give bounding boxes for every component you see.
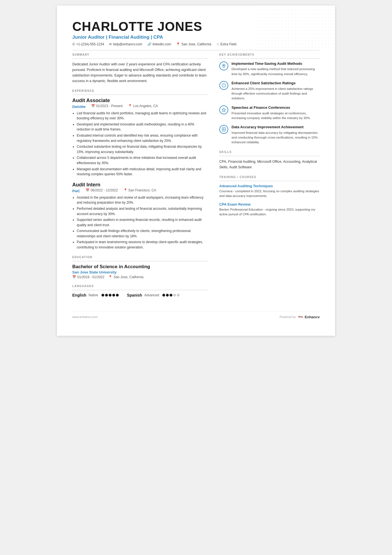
achievement-3-title: Speeches at Finance Conferences	[232, 105, 320, 110]
dot	[116, 294, 119, 297]
achievement-1-desc: Developed a new auditing method that red…	[232, 67, 320, 77]
dot	[170, 294, 172, 297]
achievement-2: Enhanced Client Satisfaction Ratings Ach…	[219, 81, 320, 101]
calendar-icon-1: 📅	[91, 104, 95, 108]
course-1-title: Advanced Auditing Techniques	[219, 184, 320, 188]
job-2-meta: 📅 06/2022 - 12/2022 📍 San Francisco, CA	[86, 188, 156, 192]
achievement-3-content: Speeches at Finance Conferences Presente…	[232, 105, 320, 120]
edu-location: 📍 San Jose, California	[108, 275, 143, 279]
achievement-4-content: Data Accuracy Improvement Achievement Im…	[232, 125, 320, 145]
list-item: Evaluated internal controls and identifi…	[77, 133, 208, 143]
pin-icon-2: 📍	[123, 188, 127, 192]
job-1-meta: 📅 01/2023 - Present 📍 Los Angeles, CA	[91, 104, 158, 108]
edu-dates: 📅 01/2018 - 01/2022	[72, 275, 104, 279]
phone-icon: ✆	[72, 42, 75, 46]
email-contact: ✉ help@enhancv.com	[109, 42, 142, 46]
svg-point-0	[223, 65, 224, 66]
job-2-location: 📍 San Francisco, CA	[123, 188, 156, 192]
list-item: Communicated audit findings effectively …	[77, 228, 208, 239]
skills-text: CPA, Financial Auditing, Microsoft Offic…	[219, 159, 320, 170]
english-dots	[101, 294, 119, 297]
languages-label: LANGUAGES	[72, 285, 208, 288]
job-1-dates: 📅 01/2023 - Present	[91, 104, 123, 108]
education-divider	[72, 261, 208, 261]
experience-section: EXPERIENCE Audit Associate Deloitte 📅 01…	[72, 89, 208, 250]
course-1-desc: Coursera - completed in 2022, focusing o…	[219, 189, 320, 199]
dot	[162, 294, 165, 297]
linkedin-value: linkedin.com	[153, 42, 171, 46]
dot	[112, 294, 115, 297]
star-icon: ☆	[216, 42, 219, 46]
skills-label: SKILLS	[219, 151, 320, 154]
language-spanish: Spanish Advanced	[127, 293, 180, 297]
education-section: EDUCATION Bachelor of Science in Account…	[72, 256, 208, 279]
job-1-company-row: Deloitte 📅 01/2023 - Present 📍 Los Angel…	[72, 104, 208, 110]
edu-school: San Jose State University	[72, 270, 208, 274]
list-item: Supported senior auditors in examining f…	[77, 217, 208, 228]
achievement-3: Speeches at Finance Conferences Presente…	[219, 105, 320, 120]
achievement-2-desc: Achieved a 25% improvement in client sat…	[232, 87, 320, 101]
training-divider	[219, 181, 320, 181]
dot	[166, 294, 169, 297]
extra-value: Extra Field	[220, 42, 236, 46]
pin-icon-edu: 📍	[108, 275, 112, 279]
spanish-name: Spanish	[127, 293, 142, 297]
achievement-2-content: Enhanced Client Satisfaction Ratings Ach…	[232, 81, 320, 101]
link-icon: 🔗	[147, 42, 152, 46]
job-2-dates: 📅 06/2022 - 12/2022	[86, 188, 118, 192]
training-label: TRAINING / COURSES	[219, 176, 320, 179]
summary-section: SUMMARY Dedicated Junior Auditor with ov…	[72, 53, 208, 84]
phone-value: +1-(234)-555-1234	[76, 42, 104, 46]
email-value: help@enhancv.com	[113, 42, 142, 46]
achievement-4-desc: Improved financial data accuracy by miti…	[232, 130, 320, 145]
list-item: Participated in team brainstorming sessi…	[77, 240, 208, 250]
english-name: English	[72, 293, 86, 297]
calendar-icon-edu: 📅	[72, 275, 76, 279]
achievement-4-title: Data Accuracy Improvement Achievement	[232, 125, 320, 130]
spanish-dots	[162, 294, 180, 297]
achievement-2-icon	[219, 81, 228, 90]
job-1-title: Audit Associate	[72, 98, 208, 103]
footer-brand: Powered by Enhancv	[280, 315, 320, 319]
summary-text: Dedicated Junior Auditor with over 2 yea…	[72, 61, 208, 84]
enhancv-brand-name: Enhancv	[305, 315, 320, 319]
job-1-bullets: Led financial audits for client portfoli…	[72, 111, 208, 177]
achievements-label: KEY ACHIEVEMENTS	[219, 53, 320, 56]
job-1-company: Deloitte	[72, 105, 86, 109]
languages-divider	[72, 290, 208, 290]
achievement-4: Data Accuracy Improvement Achievement Im…	[219, 125, 320, 145]
left-column: SUMMARY Dedicated Junior Auditor with ov…	[72, 53, 208, 303]
languages-row: English Native Spanish Advance	[72, 293, 208, 297]
course-2-desc: Becker Professional Education - ongoing …	[219, 207, 320, 217]
location-contact: 📍 San Jose, California	[176, 42, 211, 46]
dot	[109, 294, 111, 297]
training-section: TRAINING / COURSES Advanced Auditing Tec…	[219, 176, 320, 217]
extra-contact: ☆ Extra Field	[216, 42, 236, 46]
achievement-1-icon	[219, 61, 228, 70]
list-item: Performed detailed analysis and testing …	[77, 206, 208, 216]
skills-divider	[219, 156, 320, 156]
key-achievements-section: KEY ACHIEVEMENTS Implemented Time-Saving…	[219, 53, 320, 145]
two-column-layout: SUMMARY Dedicated Junior Auditor with ov…	[72, 53, 320, 303]
achievement-1-title: Implemented Time-Saving Audit Methods	[232, 61, 320, 66]
skills-section: SKILLS CPA, Financial Auditing, Microsof…	[219, 151, 320, 170]
location-value: San Jose, California	[181, 42, 211, 46]
achievements-divider	[219, 58, 320, 59]
job-2: Audit Intern PwC 📅 06/2022 - 12/2022 📍 S…	[72, 182, 208, 250]
achievement-4-icon	[219, 125, 228, 134]
decorative-dots	[257, 6, 335, 50]
pin-icon-1: 📍	[128, 104, 132, 108]
right-column: KEY ACHIEVEMENTS Implemented Time-Saving…	[219, 53, 320, 303]
list-item: Collaborated across 5 departments to dri…	[77, 155, 208, 166]
course-2: CPA Exam Review Becker Professional Educ…	[219, 202, 320, 217]
footer-url: www.enhancv.com	[72, 315, 98, 319]
dot	[173, 294, 176, 297]
job-2-title: Audit Intern	[72, 182, 208, 188]
list-item: Conducted substantive testing on financi…	[77, 144, 208, 154]
job-2-company: PwC	[72, 189, 80, 193]
list-item: Developed and implemented innovative aud…	[77, 122, 208, 132]
course-2-title: CPA Exam Review	[219, 202, 320, 206]
dot	[105, 294, 108, 297]
dot	[101, 294, 104, 297]
location-icon: 📍	[176, 42, 180, 46]
